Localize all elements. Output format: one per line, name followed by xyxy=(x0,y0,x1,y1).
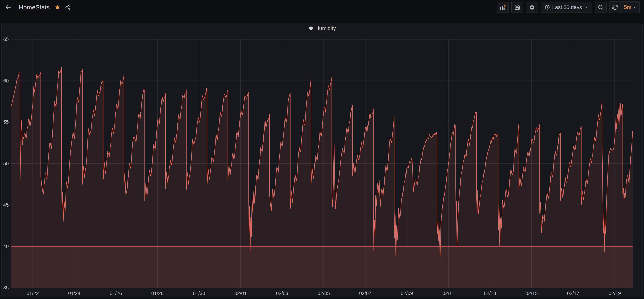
svg-text:01/30: 01/30 xyxy=(193,291,205,296)
svg-text:01/24: 01/24 xyxy=(68,291,80,296)
svg-text:02/19: 02/19 xyxy=(609,291,621,296)
svg-text:01/22: 01/22 xyxy=(27,291,39,296)
svg-text:60: 60 xyxy=(3,78,9,83)
svg-text:01/26: 01/26 xyxy=(110,291,122,296)
svg-text:65: 65 xyxy=(3,37,9,42)
svg-text:02/09: 02/09 xyxy=(401,291,413,296)
baseline-series-layer xyxy=(11,247,632,288)
panel-header[interactable]: Humidity xyxy=(0,25,644,31)
svg-text:35: 35 xyxy=(3,285,9,291)
svg-text:02/07: 02/07 xyxy=(359,291,372,296)
svg-text:02/15: 02/15 xyxy=(525,291,538,296)
svg-text:02/03: 02/03 xyxy=(276,291,288,296)
svg-text:02/11: 02/11 xyxy=(442,291,454,296)
svg-text:40: 40 xyxy=(3,244,9,249)
svg-text:50: 50 xyxy=(3,161,9,166)
svg-text:55: 55 xyxy=(3,119,9,125)
svg-text:02/05: 02/05 xyxy=(318,291,330,296)
heart-icon xyxy=(308,26,313,31)
panel-title-text: Humidity xyxy=(316,25,336,31)
svg-text:02/17: 02/17 xyxy=(567,291,580,296)
svg-text:02/13: 02/13 xyxy=(484,291,496,296)
svg-text:02/01: 02/01 xyxy=(234,291,247,296)
humidity-time-series-chart[interactable]: 3540455055606501/2201/2401/2601/2801/300… xyxy=(0,0,644,299)
svg-text:01/28: 01/28 xyxy=(151,291,164,296)
svg-text:45: 45 xyxy=(3,202,9,208)
